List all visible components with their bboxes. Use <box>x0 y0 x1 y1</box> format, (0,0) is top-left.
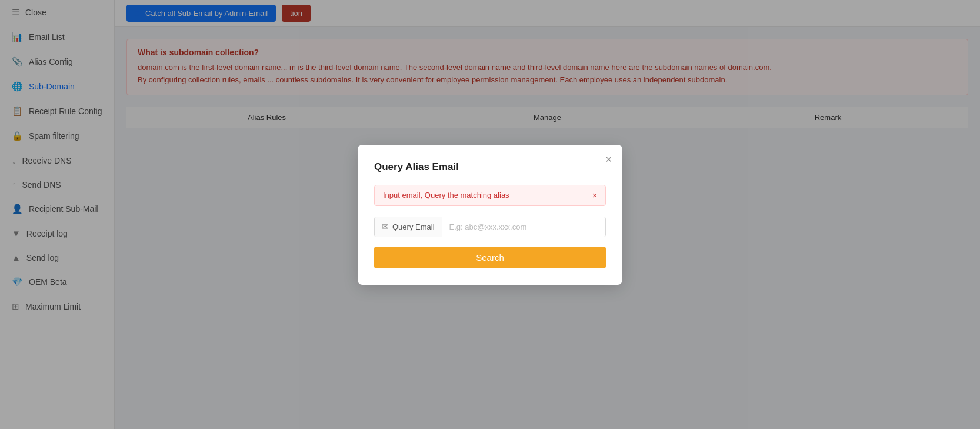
alert-text: Input email, Query the matching alias <box>383 191 509 199</box>
search-row: ✉ Query Email <box>374 217 606 237</box>
alert-bar: Input email, Query the matching alias × <box>374 185 606 206</box>
alert-close-button[interactable]: × <box>592 191 597 200</box>
search-input[interactable] <box>442 217 605 237</box>
search-prefix-label: Query Email <box>392 222 435 231</box>
search-button[interactable]: Search <box>374 247 606 268</box>
email-icon: ✉ <box>382 222 389 231</box>
modal-title: Query Alias Email <box>374 161 606 173</box>
modal: Query Alias Email × Input email, Query t… <box>358 145 622 285</box>
search-prefix: ✉ Query Email <box>375 217 442 237</box>
modal-close-button[interactable]: × <box>605 154 612 165</box>
modal-overlay[interactable]: Query Alias Email × Input email, Query t… <box>0 0 980 429</box>
